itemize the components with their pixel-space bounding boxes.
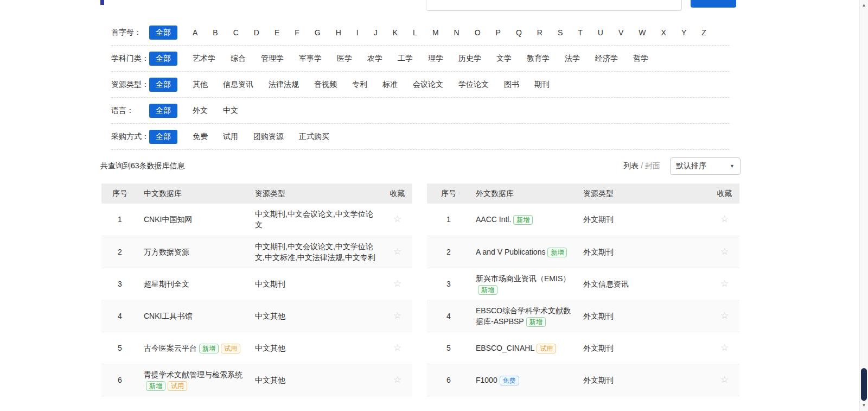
filter-option[interactable]: G	[315, 28, 321, 37]
filter-option[interactable]: 法律法规	[269, 80, 299, 90]
filter-option-selected[interactable]: 全部	[149, 130, 177, 144]
favorite-star-icon[interactable]: ☆	[393, 214, 401, 224]
database-name[interactable]: A and V Publications	[476, 248, 545, 256]
search-button[interactable]	[691, 0, 736, 8]
filter-option[interactable]: 教育学	[527, 54, 550, 64]
filter-option[interactable]: S	[558, 28, 563, 37]
filter-option[interactable]: O	[475, 28, 481, 37]
filter-option[interactable]: 正式购买	[299, 132, 329, 142]
search-input[interactable]	[426, 0, 682, 11]
database-name[interactable]: 新兴市场商业资讯（EMIS）	[476, 274, 570, 283]
filter-option[interactable]: 期刊	[534, 80, 550, 90]
filter-option[interactable]: W	[639, 28, 646, 37]
database-name[interactable]: F1000	[476, 376, 497, 384]
scrollbar[interactable]: ▲ ▼	[859, 0, 868, 411]
filter-option[interactable]: N	[454, 28, 459, 37]
favorite-star-icon[interactable]: ☆	[393, 311, 401, 321]
filter-option[interactable]: 法学	[565, 54, 580, 64]
filter-option[interactable]: 军事学	[299, 54, 322, 64]
filter-option[interactable]: E	[275, 28, 279, 37]
filter-option[interactable]: 专利	[352, 80, 367, 90]
filter-option[interactable]: K	[393, 28, 398, 37]
filter-option[interactable]: 理学	[428, 54, 443, 64]
database-name[interactable]: CNKI工具书馆	[144, 312, 192, 320]
filter-option[interactable]: X	[661, 28, 666, 37]
filter-option[interactable]: 农学	[367, 54, 382, 64]
filter-option[interactable]: 团购资源	[253, 132, 284, 142]
filter-option[interactable]: M	[432, 28, 439, 37]
filter-option-selected[interactable]: 全部	[149, 52, 177, 66]
filter-option[interactable]: I	[356, 28, 359, 37]
filter-option[interactable]: H	[336, 28, 341, 37]
database-name[interactable]: CNKI中国知网	[144, 215, 192, 224]
favorite-star-icon[interactable]: ☆	[393, 246, 401, 257]
database-name[interactable]: 青提学术文献管理与检索系统	[144, 370, 242, 379]
filter-option[interactable]: 中文	[223, 106, 238, 116]
filter-option[interactable]: F	[295, 28, 299, 37]
scroll-up-icon[interactable]: ▲	[860, 1, 868, 10]
filter-option[interactable]: P	[496, 28, 501, 37]
database-name[interactable]: 超星期刊全文	[144, 280, 189, 288]
filter-option[interactable]: 信息资讯	[223, 80, 253, 90]
filter-option[interactable]: A	[193, 28, 197, 37]
filter-option[interactable]: 试用	[223, 132, 238, 142]
filter-option[interactable]: 音视频	[314, 80, 337, 90]
filter-option[interactable]: 免费	[193, 132, 208, 142]
filter-option[interactable]: T	[578, 28, 583, 37]
favorite-star-icon[interactable]: ☆	[720, 214, 729, 224]
database-name-cell: CNKI中国知网	[138, 204, 250, 236]
favorite-star-icon[interactable]: ☆	[720, 343, 729, 353]
filter-option-selected[interactable]: 全部	[149, 78, 177, 92]
filter-option[interactable]: 外文	[193, 106, 208, 116]
filter-option[interactable]: J	[374, 28, 378, 37]
database-name[interactable]: 万方数据资源	[144, 248, 189, 256]
filter-option[interactable]: L	[413, 28, 417, 37]
filter-option[interactable]: 历史学	[458, 54, 481, 64]
favorite-star-icon[interactable]: ☆	[720, 375, 729, 385]
filter-option[interactable]: 其他	[193, 80, 208, 90]
database-name[interactable]: AACC Intl.	[476, 215, 511, 224]
filter-option[interactable]: 文学	[496, 54, 512, 64]
sort-dropdown[interactable]: 默认排序 ▼	[670, 157, 741, 175]
scrollbar-thumb[interactable]	[861, 368, 867, 401]
favorite-star-icon[interactable]: ☆	[393, 279, 401, 289]
filter-option[interactable]: R	[537, 28, 542, 37]
filter-option[interactable]: 哲学	[633, 54, 648, 64]
scroll-down-icon[interactable]: ▼	[860, 401, 868, 410]
view-cover-button[interactable]: 封面	[645, 161, 660, 170]
resource-type: 外文信息资讯	[578, 268, 710, 300]
filter-option[interactable]: 学位论文	[458, 80, 489, 90]
database-name[interactable]: EBSCO综合学科学术文献数据库-ASPBSP	[476, 306, 571, 326]
filter-option[interactable]: 艺术学	[193, 54, 215, 64]
favorite-star-icon[interactable]: ☆	[720, 311, 729, 321]
filter-option[interactable]: 管理学	[261, 54, 284, 64]
favorite-star-icon[interactable]: ☆	[393, 375, 401, 385]
filter-option-selected[interactable]: 全部	[149, 104, 177, 118]
database-name[interactable]: 古今医案云平台	[144, 344, 197, 352]
favorite-star-icon[interactable]: ☆	[393, 343, 401, 353]
filter-option[interactable]: B	[213, 28, 218, 37]
filter-option[interactable]: 医学	[337, 54, 352, 64]
filter-option[interactable]: 工学	[398, 54, 413, 64]
filter-option[interactable]: 会议论文	[413, 80, 443, 90]
filter-option[interactable]: D	[254, 28, 259, 37]
filter-option[interactable]: C	[233, 28, 239, 37]
filter-option[interactable]: 图书	[504, 80, 519, 90]
view-list-button[interactable]: 列表	[623, 161, 639, 170]
favorite-star-icon[interactable]: ☆	[720, 279, 729, 289]
filter-option[interactable]: 综合	[231, 54, 246, 64]
favorite-star-icon[interactable]: ☆	[720, 246, 729, 257]
filter-option[interactable]: V	[618, 28, 623, 37]
favorite-cell: ☆	[710, 364, 739, 396]
filter-option[interactable]: U	[598, 28, 603, 37]
filter-option-selected[interactable]: 全部	[149, 26, 177, 40]
filter-option[interactable]: Q	[516, 28, 522, 37]
filter-option[interactable]: 标准	[382, 80, 398, 90]
table-row: 5古今医案云平台新增试用中文其他☆	[101, 332, 412, 364]
filter-options: 全部外文中文	[149, 104, 238, 118]
filter-options: 全部免费试用团购资源正式购买	[149, 130, 329, 144]
filter-option[interactable]: Y	[681, 28, 686, 37]
filter-option[interactable]: 经济学	[595, 54, 618, 64]
filter-option[interactable]: Z	[701, 28, 706, 37]
database-name[interactable]: EBSCO_CINAHL	[476, 344, 534, 352]
